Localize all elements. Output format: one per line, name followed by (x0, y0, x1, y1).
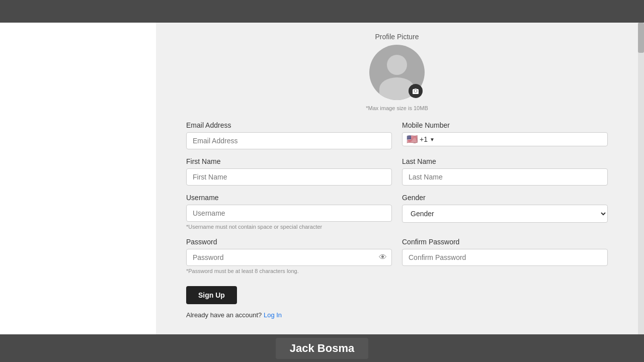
firstname-group: First Name (186, 157, 392, 186)
login-prompt-text: Already have an account? (186, 311, 262, 319)
gender-label: Gender (402, 194, 608, 202)
left-panel (0, 23, 156, 334)
password-group: Password 👁 *Password must be at least 8 … (186, 238, 392, 274)
toggle-password-button[interactable]: 👁 (379, 253, 387, 261)
main-content: Profile Picture *Max image size is 10MB … (0, 23, 644, 334)
scrollbar-thumb[interactable] (638, 23, 644, 53)
profile-picture-label: Profile Picture (186, 33, 608, 41)
login-link[interactable]: Log In (264, 311, 282, 319)
avatar-head (387, 55, 407, 75)
lastname-group: Last Name (402, 157, 608, 186)
camera-icon (412, 87, 420, 95)
max-image-note: *Max image size is 10MB (186, 105, 608, 111)
confirm-password-input[interactable] (402, 249, 608, 266)
phone-code: +1 (420, 135, 428, 143)
firstname-label: First Name (186, 157, 392, 165)
top-bar (0, 0, 644, 23)
username-group: Username *Username must not contain spac… (186, 194, 392, 230)
profile-picture-section: Profile Picture *Max image size is 10MB (186, 33, 608, 111)
name-row: First Name Last Name (186, 157, 608, 186)
password-row: Password 👁 *Password must be at least 8 … (186, 238, 608, 274)
username-input[interactable] (186, 205, 392, 222)
username-gender-row: Username *Username must not contain spac… (186, 194, 608, 230)
right-scrollbar[interactable] (638, 23, 644, 334)
login-link-row: Already have an account? Log In (186, 311, 608, 319)
gender-group: Gender Gender Male Female Other (402, 194, 608, 230)
email-input[interactable] (186, 132, 392, 149)
sign-up-button[interactable]: Sign Up (186, 286, 237, 304)
password-label: Password (186, 238, 392, 246)
bottom-bar: Jack Bosma (0, 334, 644, 362)
lastname-label: Last Name (402, 157, 608, 165)
mobile-input-wrapper[interactable]: 🇺🇸 +1 ▼ (402, 132, 608, 146)
username-hint: *Username must not contain space or spec… (186, 224, 392, 230)
password-hint: *Password must be at least 8 characters … (186, 268, 392, 274)
bottom-bar-name: Jack Bosma (276, 338, 368, 359)
password-input[interactable] (186, 249, 392, 266)
lastname-input[interactable] (402, 168, 608, 186)
email-label: Email Address (186, 121, 392, 129)
gender-select[interactable]: Gender Male Female Other (402, 205, 608, 223)
confirm-password-label: Confirm Password (402, 238, 608, 246)
firstname-input[interactable] (186, 168, 392, 186)
email-group: Email Address (186, 121, 392, 149)
center-panel: Profile Picture *Max image size is 10MB … (156, 23, 638, 334)
confirm-password-group: Confirm Password (402, 238, 608, 274)
username-label: Username (186, 194, 392, 202)
password-wrapper: 👁 (186, 249, 392, 266)
avatar-wrapper (369, 45, 425, 100)
camera-upload-button[interactable] (409, 84, 423, 98)
phone-dropdown-arrow-icon[interactable]: ▼ (430, 137, 435, 142)
phone-flag: 🇺🇸 (407, 134, 418, 145)
mobile-label: Mobile Number (402, 121, 608, 129)
mobile-group: Mobile Number 🇺🇸 +1 ▼ (402, 121, 608, 149)
email-mobile-row: Email Address Mobile Number 🇺🇸 +1 ▼ (186, 121, 608, 149)
